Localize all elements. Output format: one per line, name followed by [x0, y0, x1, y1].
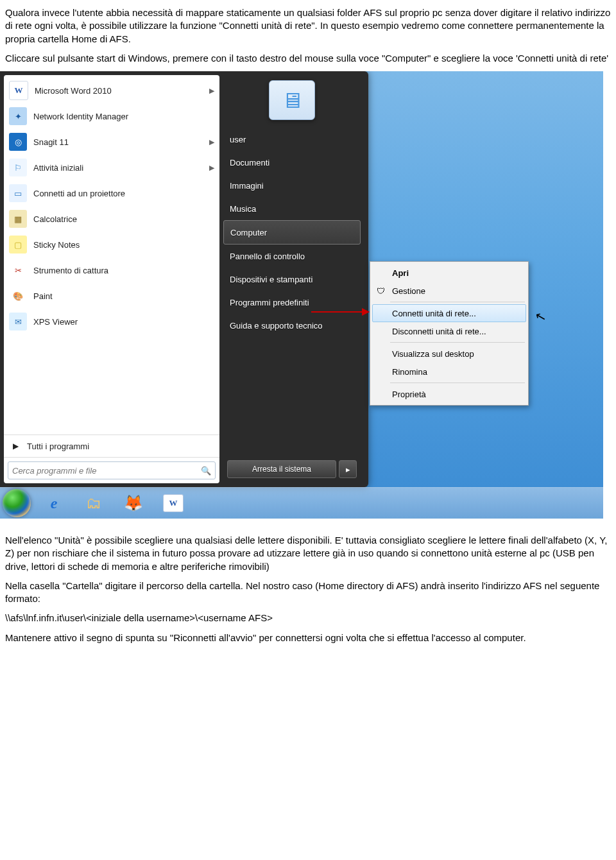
program-label: Snagit 11	[33, 137, 69, 147]
taskbar-word[interactable]: W	[154, 490, 193, 516]
program-snagit[interactable]: ◎ Snagit 11 ▶	[4, 129, 219, 155]
context-map-drive[interactable]: Connetti unità di rete...	[372, 304, 526, 322]
taskbar-ie[interactable]: e	[35, 490, 73, 516]
user-link[interactable]: user	[223, 128, 361, 151]
submenu-arrow-icon: ▶	[209, 138, 214, 146]
program-label: Sticky Notes	[33, 240, 80, 250]
context-unmap-drive[interactable]: Disconnetti unità di rete...	[372, 322, 526, 340]
sticky-notes-icon: ▢	[9, 236, 27, 254]
getting-started-icon: ⚐	[9, 159, 27, 176]
projector-icon: ▭	[9, 184, 27, 202]
shield-icon: 🛡	[377, 286, 385, 296]
paragraph-path: \\afs\lnf.infn.it\user\<iniziale della u…	[5, 612, 611, 624]
context-open[interactable]: Apri	[372, 264, 526, 282]
shutdown-options-button[interactable]: ▸	[339, 460, 357, 478]
user-avatar-icon: 🖥	[269, 80, 315, 120]
context-properties[interactable]: Proprietà	[372, 385, 526, 403]
control-panel-link[interactable]: Pannello di controllo	[223, 245, 361, 268]
nim-icon: ✦	[9, 107, 27, 125]
music-link[interactable]: Musica	[223, 197, 361, 220]
menu-separator	[390, 383, 525, 383]
computer-link[interactable]: Computer	[223, 220, 361, 245]
start-menu-links-pane: 🖥 user Documenti Immagini Musica Compute…	[219, 75, 364, 483]
devices-printers-link[interactable]: Dispositivi e stampanti	[223, 268, 361, 291]
computer-context-menu: Apri 🛡 Gestione Connetti unità di rete..…	[370, 261, 529, 406]
start-menu-programs-pane: W Microsoft Word 2010 ▶ ✦ Network Identi…	[4, 75, 219, 483]
program-label: XPS Viewer	[33, 317, 78, 327]
start-menu-screenshot: W Microsoft Word 2010 ▶ ✦ Network Identi…	[0, 71, 603, 519]
chevron-right-icon: ▶	[9, 442, 22, 451]
submenu-arrow-icon: ▶	[209, 164, 214, 172]
word-icon: W	[163, 494, 184, 512]
program-projector[interactable]: ▭ Connetti ad un proiettore	[4, 180, 219, 206]
help-support-link[interactable]: Guida e supporto tecnico	[223, 314, 361, 337]
paragraph-path-intro: Nella casella "Cartella" digitare il per…	[5, 580, 611, 606]
context-show-desktop[interactable]: Visualizza sul desktop	[372, 345, 526, 363]
program-snipping-tool[interactable]: ✂ Strumento di cattura	[4, 257, 219, 283]
paragraph-unit: Nell'elenco "Unità" è possibile sceglier…	[5, 534, 611, 573]
shutdown-button[interactable]: Arresta il sistema	[227, 460, 336, 478]
program-label: Microsoft Word 2010	[35, 86, 112, 96]
start-button[interactable]	[3, 489, 31, 517]
program-label: Calcolatrice	[33, 214, 77, 224]
context-manage[interactable]: 🛡 Gestione	[372, 282, 526, 300]
paragraph-step: Cliccare sul pulsante start di Windows, …	[5, 52, 611, 65]
program-getting-started[interactable]: ⚐ Attività iniziali ▶	[4, 155, 219, 180]
context-manage-label: Gestione	[392, 286, 425, 296]
search-icon: 🔍	[201, 466, 211, 476]
menu-separator	[390, 342, 525, 343]
menu-separator	[390, 302, 525, 302]
ie-icon: e	[51, 495, 58, 512]
submenu-arrow-icon: ▶	[209, 87, 214, 95]
taskbar-firefox[interactable]: 🦊	[114, 490, 153, 516]
program-paint[interactable]: 🎨 Paint	[4, 283, 219, 309]
paragraph-reconnect: Mantenere attivo il segno di spunta su "…	[5, 632, 611, 644]
annotation-arrow	[311, 311, 369, 313]
snagit-icon: ◎	[9, 133, 27, 151]
paint-icon: 🎨	[9, 287, 27, 305]
start-menu: W Microsoft Word 2010 ▶ ✦ Network Identi…	[0, 71, 368, 487]
all-programs-label: Tutti i programmi	[27, 442, 89, 451]
cursor-icon: ↖	[533, 307, 548, 325]
taskbar-explorer[interactable]: 🗂	[74, 490, 113, 516]
pictures-link[interactable]: Immagini	[223, 174, 361, 197]
scissors-icon: ✂	[9, 261, 27, 279]
program-label: Attività iniziali	[33, 163, 83, 173]
program-nim[interactable]: ✦ Network Identity Manager	[4, 103, 219, 129]
program-word[interactable]: W Microsoft Word 2010 ▶	[4, 78, 219, 103]
all-programs-button[interactable]: ▶ Tutti i programmi	[4, 434, 219, 457]
program-calculator[interactable]: ▦ Calcolatrice	[4, 206, 219, 232]
documents-link[interactable]: Documenti	[223, 151, 361, 174]
taskbar: e 🗂 🦊 W	[0, 487, 603, 519]
search-placeholder: Cerca programmi e file	[12, 466, 97, 476]
folder-icon: 🗂	[86, 494, 101, 512]
default-programs-link[interactable]: Programmi predefiniti	[223, 291, 361, 314]
program-sticky-notes[interactable]: ▢ Sticky Notes	[4, 232, 219, 257]
calculator-icon: ▦	[9, 210, 27, 228]
program-label: Strumento di cattura	[33, 266, 108, 275]
word-icon: W	[9, 81, 28, 100]
context-rename[interactable]: Rinomina	[372, 363, 526, 381]
firefox-icon: 🦊	[124, 494, 143, 512]
program-label: Connetti ad un proiettore	[33, 189, 125, 198]
program-xps-viewer[interactable]: ✉ XPS Viewer	[4, 309, 219, 334]
xps-icon: ✉	[9, 313, 27, 331]
paragraph-intro: Qualora invece l'utente abbia necessità …	[5, 6, 611, 46]
program-label: Network Identity Manager	[33, 112, 128, 121]
program-label: Paint	[33, 291, 53, 301]
search-input[interactable]: Cerca programmi e file 🔍	[8, 461, 216, 479]
